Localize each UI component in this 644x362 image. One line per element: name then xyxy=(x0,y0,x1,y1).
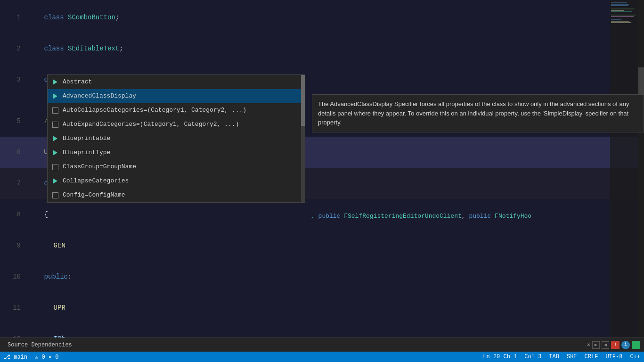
autocomplete-label-advanced: AdvancedClassDisplay xyxy=(63,90,136,102)
triangle-icon-abstract xyxy=(51,78,59,86)
code-line-public1: 10public: xyxy=(0,261,644,292)
status-encoding: UTF-8 xyxy=(605,354,622,360)
autocomplete-label-autocollapse: AutoCollapseCategories=(Category1, Categ… xyxy=(63,105,246,116)
source-dependencies-tab[interactable]: Source Dependencies xyxy=(4,338,76,352)
editor-scrollbar[interactable] xyxy=(638,0,644,337)
autocomplete-label-classgroup: ClassGroup=GroupName xyxy=(63,161,136,173)
triangle-icon-collapse xyxy=(51,177,59,185)
status-crlf: CRLF xyxy=(585,354,598,360)
status-language: C++ xyxy=(630,354,640,360)
square-icon-autocollapse xyxy=(51,107,59,114)
triangle-icon-blueprintable xyxy=(51,135,59,142)
autocomplete-label-abstract: Abstract xyxy=(63,76,92,88)
autocomplete-item-advanced[interactable]: AdvancedClassDisplay xyxy=(48,89,305,103)
class-continuation: , public FSelfRegisteringEditorUndoClien… xyxy=(311,213,531,220)
autocomplete-item-autoexpand[interactable]: AutoExpandCategories=(Category1, Categor… xyxy=(48,117,305,132)
minimap[interactable] xyxy=(610,0,638,337)
bottom-panel-icons: ✕ ! i xyxy=(587,341,640,349)
bottom-nav-icon1[interactable] xyxy=(592,341,600,349)
autocomplete-tooltip: The AdvancedClassDisplay Specifier force… xyxy=(312,94,644,132)
autocomplete-item-blueprinttype[interactable]: BlueprintType xyxy=(48,146,305,160)
square-icon-classgroup xyxy=(51,163,59,171)
bottom-ok-icon[interactable] xyxy=(632,341,640,349)
svg-marker-0 xyxy=(595,344,597,346)
autocomplete-label-config: Config=ConfigName xyxy=(63,189,125,201)
status-she: SHE xyxy=(567,354,577,360)
autocomplete-scrollbar-thumb xyxy=(301,75,305,126)
bottom-nav-icon2[interactable] xyxy=(602,341,609,349)
autocomplete-item-classgroup[interactable]: ClassGroup=GroupName xyxy=(48,160,305,174)
bottom-panel: Source Dependencies ✕ ! i xyxy=(0,337,644,352)
bottom-error-icon[interactable]: ! xyxy=(611,341,620,349)
square-icon-autoexpand xyxy=(51,121,59,128)
status-errors: ⚠ 0 ✕ 0 xyxy=(35,354,58,361)
autocomplete-label-collapse: CollapseCategories xyxy=(63,175,129,187)
svg-marker-1 xyxy=(604,344,607,346)
triangle-icon-advanced xyxy=(51,92,59,100)
bottom-info-icon[interactable]: i xyxy=(621,341,630,349)
status-branch: ⎇ main xyxy=(4,354,27,361)
autocomplete-item-config[interactable]: Config=ConfigName xyxy=(48,188,305,202)
autocomplete-item-abstract[interactable]: Abstract xyxy=(48,75,305,89)
code-line-gen: 9GEN xyxy=(0,230,644,261)
tooltip-text: The AdvancedClassDisplay Specifier force… xyxy=(318,100,629,126)
status-tab: TAB xyxy=(549,354,559,360)
code-line-1: 1class SComboButton; xyxy=(0,2,644,33)
autocomplete-label-blueprintable: Blueprintable xyxy=(63,133,110,144)
triangle-icon-blueprinttype xyxy=(51,149,59,156)
autocomplete-item-blueprintable[interactable]: Blueprintable xyxy=(48,132,305,146)
autocomplete-scrollbar[interactable] xyxy=(301,75,305,202)
autocomplete-item-collapse[interactable]: CollapseCategories xyxy=(48,174,305,188)
square-icon-config xyxy=(51,191,59,199)
autocomplete-dropdown[interactable]: Abstract AdvancedClassDisplay AutoCollap… xyxy=(47,74,305,203)
autocomplete-label-autoexpand: AutoExpandCategories=(Category1, Categor… xyxy=(63,119,239,130)
status-bar: ⎇ main ⚠ 0 ✕ 0 Ln 20 Ch 1 Col 3 TAB SHE … xyxy=(0,352,644,362)
status-ln-col: Ln 20 Ch 1 xyxy=(483,354,517,360)
code-line-2: 2class SEditableText; xyxy=(0,33,644,64)
autocomplete-item-autocollapse[interactable]: AutoCollapseCategories=(Category1, Categ… xyxy=(48,103,305,117)
status-col2: Col 3 xyxy=(524,354,541,360)
code-line-upr: 11UPR xyxy=(0,292,644,323)
bottom-close-icon[interactable]: ✕ xyxy=(587,341,590,348)
autocomplete-label-blueprinttype: BlueprintType xyxy=(63,147,110,158)
